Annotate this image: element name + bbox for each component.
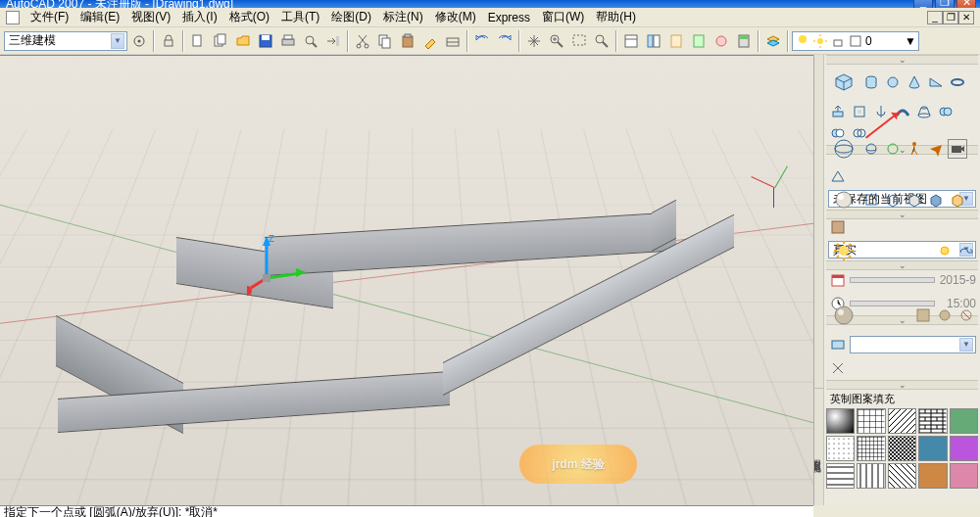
menu-draw[interactable]: 绘图(D) xyxy=(326,8,376,26)
hatch-angle[interactable] xyxy=(857,408,885,434)
open-button[interactable] xyxy=(232,30,254,52)
restore-button[interactable]: ❐ xyxy=(935,0,955,8)
visual-style-tool[interactable] xyxy=(828,184,859,215)
plot-preview-button[interactable] xyxy=(300,30,321,52)
hatch-brick[interactable] xyxy=(918,408,947,434)
plot-button[interactable] xyxy=(277,30,299,52)
sheet-set-button[interactable] xyxy=(688,30,710,52)
menu-format[interactable]: 格式(O) xyxy=(224,8,274,26)
command-line[interactable]: 指定下一个点或 [圆弧(A)/放弃(U)]: *取消* xyxy=(0,505,813,517)
sky-toggle[interactable] xyxy=(956,241,976,260)
hatch-swamp[interactable] xyxy=(950,463,978,489)
block-editor-button[interactable] xyxy=(442,30,464,52)
tool-palette-button[interactable] xyxy=(665,30,687,52)
menu-window[interactable]: 窗口(W) xyxy=(537,8,589,26)
vs-2dwire-tool[interactable] xyxy=(861,190,881,210)
hatch-solid[interactable] xyxy=(826,408,855,434)
panel-expander[interactable] xyxy=(826,55,978,65)
walk-tool[interactable] xyxy=(905,139,924,159)
copy-button[interactable] xyxy=(374,30,396,52)
presspull-tool[interactable] xyxy=(850,102,869,121)
3d-navigate-tool[interactable] xyxy=(828,133,859,164)
workspace-selector[interactable]: 三维建模 ▼ xyxy=(4,31,127,51)
cone-tool[interactable] xyxy=(905,72,924,92)
menu-help[interactable]: 帮助(H) xyxy=(591,8,641,26)
pan-button[interactable] xyxy=(523,30,545,52)
match-prop-button[interactable] xyxy=(419,30,441,52)
cylinder-tool[interactable] xyxy=(861,72,881,92)
cut-button[interactable] xyxy=(352,30,373,52)
material-attach[interactable] xyxy=(935,306,955,325)
material-remove[interactable] xyxy=(956,306,976,325)
hatch-grass[interactable] xyxy=(950,436,978,461)
mdi-minimize[interactable]: _ xyxy=(927,11,943,24)
hatch-concrete[interactable] xyxy=(950,408,978,434)
panel-expander[interactable] xyxy=(826,380,978,390)
mdi-close[interactable]: ✕ xyxy=(958,11,974,24)
torus-tool[interactable] xyxy=(948,72,967,92)
sphere-tool[interactable] xyxy=(883,72,903,92)
hatch-ansi31[interactable] xyxy=(888,408,916,434)
mdi-restore[interactable]: ❐ xyxy=(943,11,958,24)
vs-realistic-tool[interactable] xyxy=(926,190,946,210)
menu-dimension[interactable]: 标注(N) xyxy=(378,8,428,26)
menu-view[interactable]: 视图(V) xyxy=(126,8,175,26)
markup-button[interactable] xyxy=(710,30,732,52)
date-slider[interactable] xyxy=(850,277,935,283)
menu-tools[interactable]: 工具(T) xyxy=(276,8,324,26)
menu-insert[interactable]: 插入(I) xyxy=(177,8,221,26)
hatch-steel[interactable] xyxy=(918,463,947,489)
close-button[interactable]: ✕ xyxy=(956,0,976,8)
zoom-realtime-button[interactable] xyxy=(546,30,567,52)
toolbar-lock-button[interactable] xyxy=(158,30,179,52)
minimize-button[interactable]: _ xyxy=(913,0,933,8)
undo-button[interactable] xyxy=(471,30,493,52)
save-button[interactable] xyxy=(255,30,276,52)
menu-file[interactable]: 文件(F) xyxy=(25,8,74,26)
union-tool[interactable] xyxy=(936,102,956,121)
zoom-window-button[interactable] xyxy=(568,30,590,52)
hatch-strip-label[interactable]: 图案填充 xyxy=(814,388,824,505)
vs-hidden-tool[interactable] xyxy=(905,190,924,210)
redo-button[interactable] xyxy=(494,30,515,52)
sun-status-toggle[interactable] xyxy=(935,241,955,260)
paste-button[interactable] xyxy=(397,30,418,52)
materials-tool[interactable] xyxy=(828,300,859,331)
hatch-cross[interactable] xyxy=(826,436,855,461)
extrude-tool[interactable] xyxy=(828,102,848,121)
view-compass[interactable] xyxy=(750,164,799,212)
publish-button[interactable] xyxy=(322,30,344,52)
layer-properties-button[interactable] xyxy=(762,30,784,52)
free-orbit-tool[interactable] xyxy=(883,139,903,159)
hatch-earth[interactable] xyxy=(918,436,947,461)
hatch-net[interactable] xyxy=(826,463,855,489)
hatch-dots[interactable] xyxy=(888,436,916,461)
hatch-dash[interactable] xyxy=(857,436,885,461)
zoom-previous-button[interactable] xyxy=(591,30,612,52)
hatch-sand[interactable] xyxy=(888,463,916,489)
material-map-planar[interactable] xyxy=(828,335,848,354)
vs-3dwire-tool[interactable] xyxy=(883,190,903,210)
qnew-button[interactable] xyxy=(187,30,209,52)
loft-tool[interactable] xyxy=(914,102,934,121)
workspace-settings-button[interactable] xyxy=(128,30,150,52)
materials-close[interactable] xyxy=(828,358,848,378)
box-tool[interactable] xyxy=(828,67,859,98)
menu-modify[interactable]: 修改(M) xyxy=(430,8,481,26)
vs-conceptual-tool[interactable] xyxy=(948,190,967,210)
material-browser[interactable] xyxy=(913,306,933,325)
hatch-plast[interactable] xyxy=(857,463,885,489)
properties-button[interactable] xyxy=(620,30,642,52)
wedge-tool[interactable] xyxy=(926,72,946,92)
viewport-3d[interactable]: z jrdm 经验 xyxy=(0,55,813,505)
fly-tool[interactable] xyxy=(926,139,946,159)
design-center-button[interactable] xyxy=(643,30,664,52)
constrained-orbit-tool[interactable] xyxy=(861,139,881,159)
menu-edit[interactable]: 编辑(E) xyxy=(75,8,124,26)
layer-combo[interactable]: 0 ▼ xyxy=(792,31,919,51)
new-sheetset-button[interactable] xyxy=(210,30,231,52)
material-combo[interactable]: ▼ xyxy=(850,336,976,353)
camera-tool[interactable] xyxy=(948,139,967,159)
sun-tool[interactable] xyxy=(828,235,859,266)
menu-express[interactable]: Express xyxy=(483,10,535,25)
